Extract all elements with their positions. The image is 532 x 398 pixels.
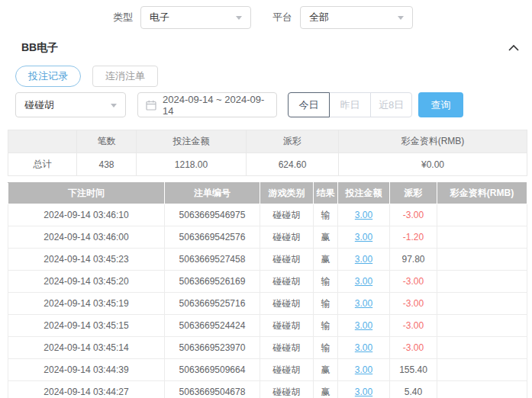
- summary-header-bet-amount: 投注金额: [137, 130, 247, 153]
- bet-amount-link[interactable]: 3.00: [355, 342, 372, 353]
- cell-result: 赢: [314, 226, 338, 249]
- cell-result: 赢: [314, 249, 338, 271]
- calendar-icon: [146, 100, 156, 111]
- table-row: 2024-09-14 03:46:10 5063669546975 碰碰胡 输 …: [8, 204, 527, 226]
- table-row: 2024-09-14 03:44:27 5063669504678 碰碰胡 赢 …: [8, 381, 527, 398]
- bet-records-table: 下注时间 注单编号 游戏类别 结果 投注金额 派彩 彩金资料(RMB) 2024…: [8, 182, 527, 398]
- summary-total-payout: 624.60: [247, 153, 339, 176]
- cell-slip-no: 5063669527458: [165, 249, 260, 271]
- summary-header-jackpot: 彩金资料(RMB): [339, 130, 527, 153]
- type-select[interactable]: 电子: [140, 6, 251, 29]
- cell-game-type: 碰碰胡: [260, 293, 314, 315]
- chevron-down-icon: [398, 16, 404, 20]
- cell-bet-amount: 3.00: [338, 293, 390, 315]
- tab-bet-records[interactable]: 投注记录: [15, 66, 81, 87]
- cell-game-type: 碰碰胡: [260, 315, 314, 337]
- summary-total-jackpot: ¥0.00: [339, 153, 527, 176]
- cell-result: 输: [314, 271, 338, 293]
- chevron-down-icon: [111, 104, 117, 108]
- bet-amount-link[interactable]: 3.00: [355, 276, 372, 287]
- cell-slip-no: 5063669524424: [165, 315, 260, 337]
- cell-payout: -1.20: [390, 226, 437, 249]
- cell-jackpot: [437, 204, 527, 226]
- cell-payout: 97.80: [390, 249, 437, 271]
- cell-result: 输: [314, 337, 338, 359]
- cell-slip-no: 5063669542576: [165, 226, 260, 249]
- cell-result: 赢: [314, 359, 338, 381]
- cell-jackpot: [437, 359, 527, 381]
- game-select[interactable]: 碰碰胡: [15, 92, 126, 117]
- bet-table-body: 2024-09-14 03:46:10 5063669546975 碰碰胡 输 …: [8, 204, 527, 398]
- cell-jackpot: [437, 293, 527, 315]
- cell-bet-time: 2024-09-14 03:46:00: [8, 226, 165, 249]
- cell-result: 输: [314, 204, 338, 226]
- cell-bet-time: 2024-09-14 03:45:23: [8, 249, 165, 271]
- cell-bet-time: 2024-09-14 03:45:14: [8, 337, 165, 359]
- last-8-days-button[interactable]: 近8日: [370, 92, 412, 117]
- table-row: 2024-09-14 03:44:39 5063669509664 碰碰胡 赢 …: [8, 359, 527, 381]
- platform-label: 平台: [272, 11, 292, 24]
- collapse-section-button[interactable]: [508, 44, 520, 52]
- cell-result: 输: [314, 293, 338, 315]
- cell-payout: -3.00: [390, 315, 437, 337]
- top-filter-bar: 类型 电子 平台 全部: [0, 0, 532, 29]
- cell-game-type: 碰碰胡: [260, 249, 314, 271]
- type-label: 类型: [113, 11, 133, 24]
- cell-payout: -3.00: [390, 293, 437, 315]
- cell-slip-no: 5063669526169: [165, 271, 260, 293]
- quick-date-button-group: 今日 昨日 近8日: [288, 92, 412, 117]
- cell-jackpot: [437, 249, 527, 271]
- date-range-value: 2024-09-14 ~ 2024-09-14: [163, 94, 269, 117]
- summary-header-payout: 派彩: [247, 130, 339, 153]
- tab-cancelled-slips[interactable]: 连消注单: [92, 66, 158, 87]
- cell-game-type: 碰碰胡: [260, 381, 314, 398]
- summary-table: 笔数 投注金额 派彩 彩金资料(RMB) 总计 438 1218.00 624.…: [8, 130, 527, 176]
- cell-jackpot: [437, 271, 527, 293]
- query-bar: 碰碰胡 2024-09-14 ~ 2024-09-14 今日 昨日 近8日 查询: [0, 92, 532, 117]
- cell-bet-amount: 3.00: [338, 337, 390, 359]
- search-button[interactable]: 查询: [418, 92, 463, 117]
- header-game-type: 游戏类别: [260, 183, 314, 204]
- bet-amount-link[interactable]: 3.00: [355, 232, 372, 242]
- cell-payout: -3.00: [390, 204, 437, 226]
- cell-game-type: 碰碰胡: [260, 337, 314, 359]
- cell-game-type: 碰碰胡: [260, 359, 314, 381]
- bet-amount-link[interactable]: 3.00: [355, 364, 372, 375]
- cell-result: 输: [314, 315, 338, 337]
- cell-bet-amount: 3.00: [338, 249, 390, 271]
- cell-slip-no: 5063669546975: [165, 204, 260, 226]
- type-select-value: 电子: [150, 11, 169, 24]
- cell-bet-time: 2024-09-14 03:44:39: [8, 359, 165, 381]
- cell-bet-amount: 3.00: [338, 381, 390, 398]
- summary-total-row: 总计 438 1218.00 624.60 ¥0.00: [8, 153, 527, 176]
- record-tabs: 投注记录 连消注单: [0, 66, 532, 87]
- bet-amount-link[interactable]: 3.00: [355, 298, 372, 309]
- cell-bet-time: 2024-09-14 03:45:20: [8, 271, 165, 293]
- platform-select[interactable]: 全部: [300, 6, 413, 29]
- bet-amount-link[interactable]: 3.00: [355, 320, 372, 331]
- date-range-input[interactable]: 2024-09-14 ~ 2024-09-14: [137, 92, 277, 117]
- chevron-up-icon: [508, 44, 520, 52]
- cell-payout: 5.40: [390, 381, 437, 398]
- header-bet-amount: 投注金额: [338, 183, 390, 204]
- today-button[interactable]: 今日: [288, 92, 330, 117]
- table-row: 2024-09-14 03:45:20 5063669526169 碰碰胡 输 …: [8, 271, 527, 293]
- summary-header-row: 笔数 投注金额 派彩 彩金资料(RMB): [8, 130, 527, 153]
- cell-bet-time: 2024-09-14 03:44:27: [8, 381, 165, 398]
- cell-jackpot: [437, 337, 527, 359]
- header-bet-time: 下注时间: [8, 183, 165, 204]
- cell-bet-amount: 3.00: [338, 226, 390, 249]
- bet-amount-link[interactable]: 3.00: [355, 254, 372, 265]
- bet-amount-link[interactable]: 3.00: [355, 387, 372, 397]
- section-title: BB电子: [21, 41, 58, 55]
- bet-table-header-row: 下注时间 注单编号 游戏类别 结果 投注金额 派彩 彩金资料(RMB): [8, 183, 527, 204]
- section-header: BB电子: [0, 41, 532, 55]
- header-payout: 派彩: [390, 183, 437, 204]
- table-row: 2024-09-14 03:45:15 5063669524424 碰碰胡 输 …: [8, 315, 527, 337]
- bet-amount-link[interactable]: 3.00: [355, 210, 372, 220]
- yesterday-button[interactable]: 昨日: [329, 92, 371, 117]
- cell-jackpot: [437, 315, 527, 337]
- platform-select-value: 全部: [309, 11, 329, 24]
- table-row: 2024-09-14 03:45:19 5063669525716 碰碰胡 输 …: [8, 293, 527, 315]
- header-jackpot: 彩金资料(RMB): [437, 183, 527, 204]
